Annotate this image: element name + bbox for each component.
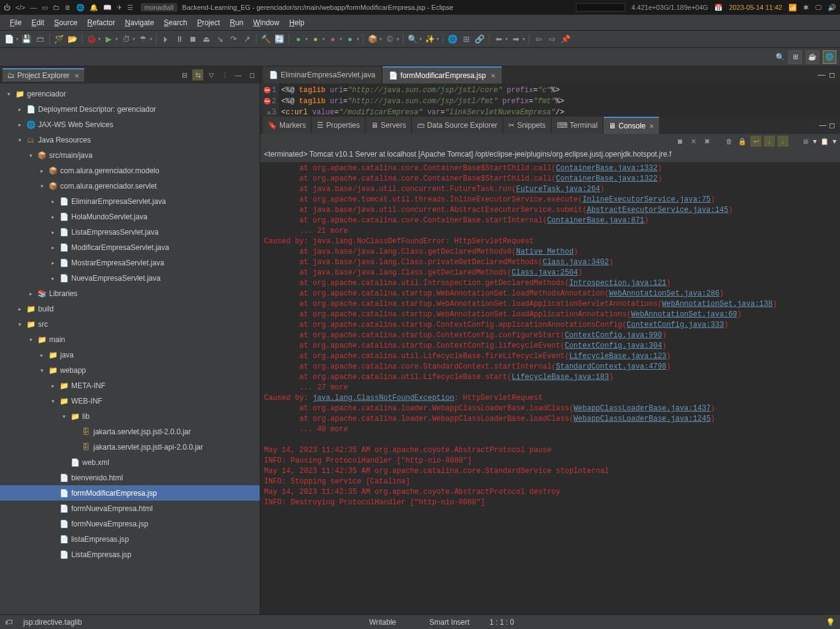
link-editor-icon[interactable]: ⇆ [192,69,203,80]
stacktrace-link[interactable]: ContainerBase.java:1332 [556,164,658,173]
view-tab-properties[interactable]: ☰Properties [312,117,365,134]
menu-help[interactable]: Help [284,17,309,29]
open-console-icon[interactable]: 📋 [819,136,830,147]
volume-icon[interactable]: 🔊 [828,4,836,12]
display-icon[interactable]: 🖵 [815,4,822,11]
minimize-icon[interactable]: — [818,71,825,79]
run-icon[interactable]: ▶ [103,34,114,45]
twisty-icon[interactable]: ▸ [49,244,56,251]
view-tab-snippets[interactable]: ✂Snippets [504,117,551,134]
project-explorer-tab[interactable]: 🗂 Project Explorer ✕ [2,68,84,82]
twisty-icon[interactable]: ▸ [16,306,23,312]
power-icon[interactable]: ⏻ [4,4,10,11]
tree-item[interactable]: ▸📄NuevaEmpresaServlet.java [0,270,260,286]
twisty-icon[interactable]: ▾ [16,137,23,143]
code-icon[interactable]: </> [15,4,25,11]
twisty-icon[interactable]: ▸ [16,106,23,112]
menu-window[interactable]: Window [248,17,284,29]
search-icon[interactable]: 🔍 [407,34,418,45]
tree-item[interactable]: ▸📄MostrarEmpresaServlet.java [0,255,260,270]
tree-item[interactable]: ▾📁lib [0,408,260,424]
stepout-icon[interactable]: ↗ [241,34,252,45]
twisty-icon[interactable]: ▸ [49,275,56,281]
next-icon[interactable]: ⇨ [546,34,558,45]
twisty-icon[interactable]: ▾ [60,413,68,420]
tree-item[interactable]: ▸📁build [0,301,260,316]
web-icon[interactable]: 🌐 [447,34,458,45]
stacktrace-link[interactable]: WebappClassLoaderBase.java:1245 [574,415,710,423]
build-icon[interactable]: 🔨 [260,34,271,45]
twisty-icon[interactable]: ▸ [49,383,56,389]
new-class-icon[interactable]: © [384,34,395,45]
stacktrace-link[interactable]: LifecycleBase.java:123 [569,352,666,361]
pause-icon[interactable]: ⏸ [174,34,185,45]
open-perspective-icon[interactable]: ⊞ [788,50,802,64]
wizard-icon[interactable]: 🪄 [53,34,64,45]
stacktrace-link[interactable]: java.lang.ClassNotFoundException [313,394,454,402]
book-icon[interactable]: 📖 [103,4,112,12]
twisty-icon[interactable]: ▸ [49,260,56,266]
twisty-icon[interactable]: ▸ [49,229,56,235]
twisty-icon[interactable]: ▸ [38,168,45,174]
tree-item[interactable]: ▸📄HolaMundoServlet.java [0,209,260,224]
perspective-jee-icon[interactable]: 🌐 [823,50,836,64]
menu-source[interactable]: Source [49,17,82,29]
show-on-out-icon[interactable]: ↓ [764,136,775,147]
resume-icon[interactable]: ⏵ [160,34,171,45]
tree-item[interactable]: ▸📄ModificarEmpresaServlet.java [0,240,260,255]
code-content[interactable]: <%@ taglib uri="http://java.sun.com/jsp/… [279,84,840,117]
collapse-all-icon[interactable]: ⊟ [179,69,190,80]
terminate-icon[interactable]: ⏹ [674,136,685,147]
project-tree[interactable]: ▾📁gerenciador▸📄Deployment Descriptor: ge… [0,84,260,614]
file-icon[interactable]: 🗎 [64,4,71,11]
scroll-lock-icon[interactable]: 🔒 [737,136,748,147]
tree-item[interactable]: 📄web.xml [0,455,260,470]
maximize-icon[interactable]: ◻ [829,71,835,79]
menu-search[interactable]: Search [159,17,192,29]
server-profile-icon[interactable]: ● [327,34,338,45]
view-tab-console[interactable]: 🖥Console✕ [604,117,659,134]
saveall-icon[interactable]: 🗃 [34,34,45,45]
new-icon[interactable]: 📄 [4,34,15,45]
list-icon[interactable]: ☰ [127,4,133,12]
stepinto-icon[interactable]: ↘ [214,34,225,45]
coverage-icon[interactable]: ☂ [138,34,149,45]
tip-icon[interactable]: 💡 [826,618,835,627]
twisty-icon[interactable]: ▾ [27,337,34,343]
stacktrace-link[interactable]: FutureTask.java:264 [516,185,600,193]
stepover-icon[interactable]: ↷ [228,34,239,45]
wand-icon[interactable]: ✨ [424,34,435,45]
tree-item[interactable]: ▸📄Deployment Descriptor: gerenciador [0,101,260,117]
open-icon[interactable]: 📂 [67,34,78,45]
tree-item[interactable]: 📄formNuevaEmpresa.jsp [0,516,260,531]
tree-item[interactable]: 🗄jakarta.servlet.jsp.jstl-2.0.0.jar [0,424,260,439]
stacktrace-link[interactable]: WebAnnotationSet.java:286 [609,289,720,298]
tree-item[interactable]: ▾📁src [0,316,260,332]
twisty-icon[interactable]: ▾ [38,367,45,373]
tree-item[interactable]: ▸📦com.alura.gerenciador.modelo [0,163,260,178]
twisty-icon[interactable]: ▸ [38,352,45,358]
quick-search-icon[interactable]: 🔍 [776,53,785,61]
server-debug-icon[interactable]: ● [310,34,321,45]
view-tab-terminal[interactable]: ⌨Terminal [552,117,602,134]
tree-item[interactable]: 📄formNuevaEmpresa.html [0,501,260,516]
stacktrace-link[interactable]: WebAnnotationSet.java:69 [631,310,737,319]
word-wrap-icon[interactable]: ↩ [750,136,761,147]
minimize-icon[interactable]: — [819,121,826,130]
stacktrace-link[interactable]: ContextConfig.java:333 [627,321,724,329]
perspective-java-icon[interactable]: ☕ [806,50,819,64]
twisty-icon[interactable]: ▾ [16,321,23,327]
profile-icon[interactable]: ⏱ [120,34,131,45]
stacktrace-link[interactable]: LifecycleBase.java:183 [511,373,609,381]
stacktrace-link[interactable]: StandardContext.java:4798 [556,362,666,371]
settings-icon[interactable]: ✱ [803,4,809,12]
maximize-icon[interactable]: ◻ [246,69,257,80]
tree-item[interactable]: 📄listaEmpresas.jsp [0,531,260,547]
tree-item[interactable]: ▾🗂Java Resources [0,132,260,147]
new-package-icon[interactable]: 📦 [367,34,378,45]
tree-item[interactable]: 📄bienvenido.html [0,470,260,485]
minimize-icon[interactable]: — [233,69,244,80]
grid-icon[interactable]: ⊞ [461,34,472,45]
code-editor[interactable]: 1 2 3 <%@ taglib uri="http://java.sun.co… [260,84,840,117]
terminal-icon[interactable]: ▭ [42,4,48,12]
